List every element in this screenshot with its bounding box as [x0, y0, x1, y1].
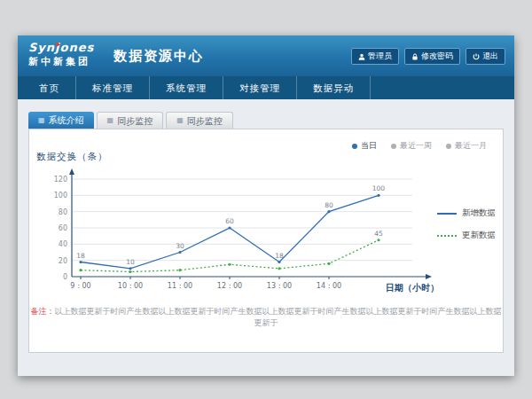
- grid-icon: ▦: [176, 117, 184, 124]
- tab-sync-monitor-2[interactable]: ▦ 同步监控: [166, 112, 233, 129]
- app-window: Synjones 新中新集团 数据资源中心 管理员 修改密码: [18, 35, 514, 376]
- svg-text:9：00: 9：00: [70, 282, 90, 290]
- y-axis-title: 数据交换（条）: [36, 151, 108, 163]
- series-legend: 新增数据 更新数据: [437, 207, 496, 252]
- range-option-today-label: 当日: [361, 140, 377, 152]
- svg-text:100: 100: [372, 184, 386, 192]
- power-icon: [473, 53, 480, 60]
- footnote: 备注：以上数据更新于时间产生数据以上数据更新于时间产生数据以上数据更新于时间产生…: [29, 306, 503, 329]
- svg-text:18: 18: [275, 252, 284, 260]
- nav-item-system-mgmt[interactable]: 系统管理: [150, 76, 223, 99]
- logout-button-label: 退出: [482, 51, 498, 62]
- grid-icon: ▦: [107, 117, 114, 124]
- x-axis-title: 日期（小时）: [386, 282, 439, 294]
- svg-text:12：00: 12：00: [217, 282, 242, 290]
- tab-bar: ▦ 系统介绍 ▦ 同步监控 ▦ 同步监控: [28, 112, 233, 129]
- line-chart: 0204060801001209：0010：0011：0012：0013：001…: [40, 167, 439, 300]
- dotted-line-icon: [437, 235, 457, 237]
- svg-text:11：00: 11：00: [168, 282, 192, 290]
- legend-update-data-label: 更新数据: [462, 230, 496, 241]
- change-password-button-label: 修改密码: [421, 51, 453, 62]
- svg-text:120: 120: [54, 176, 67, 184]
- grid-icon: ▦: [38, 117, 45, 124]
- svg-text:18: 18: [76, 252, 85, 260]
- admin-button-label: 管理员: [368, 51, 392, 62]
- logo: Synjones 新中新集团: [28, 41, 94, 68]
- time-range-legend: 当日 最近一周 最近一月: [352, 140, 487, 152]
- page-title: 数据资源中心: [113, 48, 204, 65]
- range-option-last-week-label: 最近一周: [400, 140, 432, 152]
- lock-icon: [411, 53, 419, 60]
- svg-text:10：00: 10：00: [118, 282, 143, 290]
- legend-new-data-label: 新增数据: [462, 207, 496, 219]
- main-nav: 首页 标准管理 系统管理 对接管理 数据异动: [18, 76, 514, 99]
- user-icon: [358, 53, 365, 60]
- range-option-last-week[interactable]: 最近一周: [391, 140, 432, 152]
- svg-text:80: 80: [59, 208, 67, 216]
- dot-icon: [352, 144, 357, 149]
- range-option-today[interactable]: 当日: [352, 140, 377, 152]
- svg-text:60: 60: [225, 217, 234, 225]
- header-actions: 管理员 修改密码 退出: [351, 48, 505, 65]
- change-password-button[interactable]: 修改密码: [404, 48, 460, 65]
- logo-wordmark: Synjones: [28, 41, 94, 54]
- svg-text:10: 10: [126, 258, 135, 266]
- svg-text:13：00: 13：00: [267, 282, 292, 290]
- tab-system-intro[interactable]: ▦ 系统介绍: [28, 112, 94, 129]
- legend-update-data[interactable]: 更新数据: [437, 230, 496, 241]
- nav-item-standard-mgmt[interactable]: 标准管理: [76, 76, 150, 99]
- svg-text:30: 30: [176, 242, 184, 250]
- svg-text:100: 100: [54, 192, 67, 200]
- nav-item-home[interactable]: 首页: [23, 76, 76, 99]
- svg-text:45: 45: [374, 230, 383, 238]
- logout-button[interactable]: 退出: [466, 48, 505, 65]
- tab-system-intro-label: 系统介绍: [49, 112, 84, 129]
- dot-icon: [391, 144, 396, 149]
- app-header: Synjones 新中新集团 数据资源中心 管理员 修改密码: [18, 35, 514, 76]
- nav-item-connect-mgmt[interactable]: 对接管理: [223, 76, 297, 99]
- legend-new-data[interactable]: 新增数据: [437, 207, 496, 219]
- svg-text:80: 80: [325, 201, 333, 209]
- svg-text:20: 20: [59, 257, 67, 265]
- admin-button[interactable]: 管理员: [351, 48, 399, 65]
- solid-line-icon: [437, 213, 457, 215]
- footnote-text: 以上数据更新于时间产生数据以上数据更新于时间产生数据以上数据更新于时间产生数据以…: [55, 307, 502, 327]
- svg-text:40: 40: [59, 240, 67, 248]
- footnote-label: 备注：: [31, 307, 55, 316]
- content-area: ▦ 系统介绍 ▦ 同步监控 ▦ 同步监控 当日 最近一周: [18, 99, 514, 376]
- svg-text:0: 0: [63, 273, 67, 281]
- tab-sync-monitor-1[interactable]: ▦ 同步监控: [97, 112, 164, 129]
- dot-icon: [446, 144, 451, 149]
- svg-text:60: 60: [59, 224, 67, 232]
- tab-sync-monitor-2-label: 同步监控: [187, 113, 223, 129]
- svg-text:14：00: 14：00: [317, 282, 341, 290]
- nav-item-data-change[interactable]: 数据异动: [297, 76, 371, 99]
- logo-company-name: 新中新集团: [28, 55, 94, 68]
- logo-red-dot-icon: [56, 43, 59, 46]
- chart-panel: 当日 最近一周 最近一月 数据交换（条） 0204060801001209：00…: [28, 129, 504, 353]
- tab-sync-monitor-1-label: 同步监控: [117, 113, 153, 129]
- range-option-last-month[interactable]: 最近一月: [446, 140, 487, 152]
- range-option-last-month-label: 最近一月: [455, 140, 487, 152]
